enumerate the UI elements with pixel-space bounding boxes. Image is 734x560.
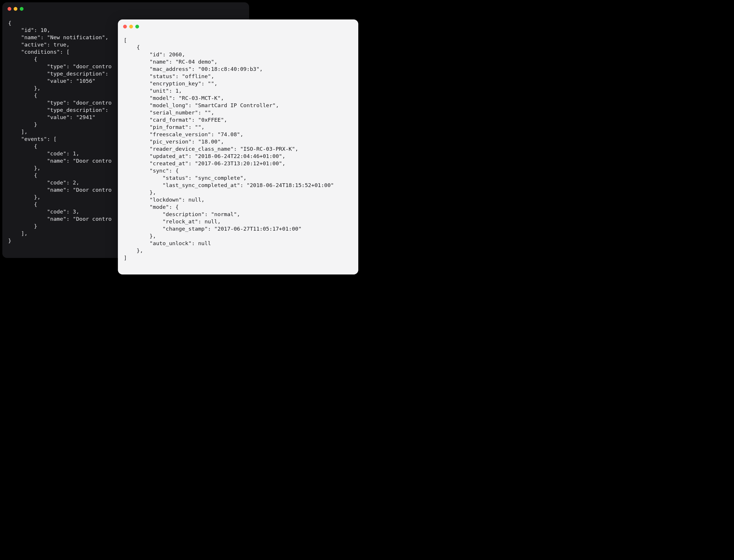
window-titlebar-light bbox=[118, 19, 358, 30]
minimize-icon[interactable] bbox=[129, 25, 133, 28]
minimize-icon[interactable] bbox=[14, 7, 17, 11]
window-titlebar-dark bbox=[2, 2, 249, 12]
code-content-light: [ { "id": 2060, "name": "RC-04 demo", "m… bbox=[118, 35, 358, 266]
maximize-icon[interactable] bbox=[135, 25, 139, 28]
close-icon[interactable] bbox=[123, 25, 127, 28]
maximize-icon[interactable] bbox=[20, 7, 24, 11]
code-window-light: [ { "id": 2060, "name": "RC-04 demo", "m… bbox=[118, 19, 358, 274]
close-icon[interactable] bbox=[8, 7, 11, 11]
